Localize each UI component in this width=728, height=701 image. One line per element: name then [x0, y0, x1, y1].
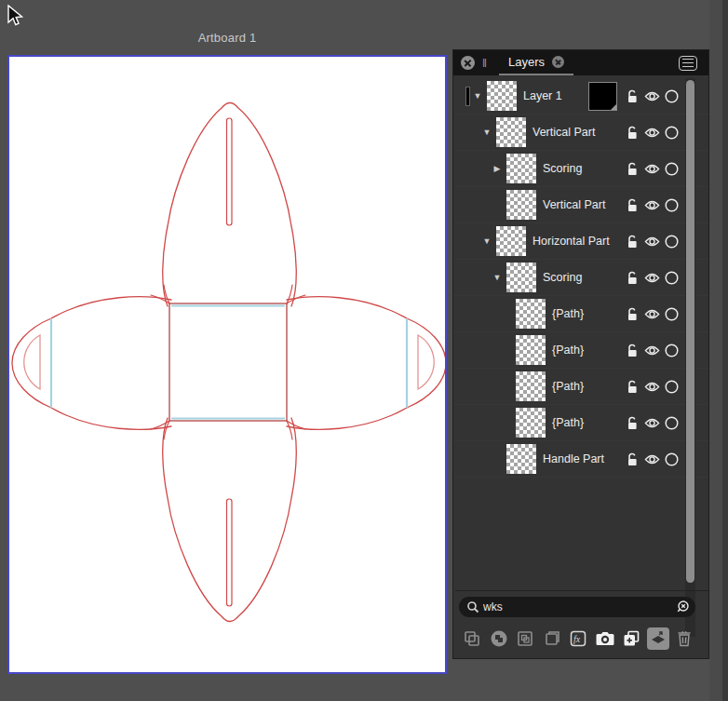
disclosure-triangle-icon[interactable]: [500, 405, 513, 440]
layer-thumbnail[interactable]: [516, 299, 546, 329]
insert-target-icon[interactable]: [541, 627, 563, 650]
selection-circle-icon[interactable]: [664, 197, 680, 213]
layer-name[interactable]: Layer 1: [523, 78, 562, 114]
disclosure-triangle-icon[interactable]: [500, 369, 513, 404]
snapshot-icon[interactable]: [594, 627, 616, 650]
eye-icon[interactable]: [644, 270, 660, 286]
selection-circle-icon[interactable]: [664, 379, 680, 395]
selection-circle-icon[interactable]: [664, 88, 680, 104]
layer-thumbnail[interactable]: [516, 408, 546, 438]
selection-circle-icon[interactable]: [664, 415, 680, 431]
tab-layers[interactable]: Layers: [499, 50, 573, 75]
add-layer-icon[interactable]: [620, 627, 642, 650]
layer-thumbnail[interactable]: [506, 190, 536, 220]
layer-name[interactable]: Scoring: [543, 260, 582, 295]
layer-row[interactable]: ▼ Scoring: [453, 260, 708, 296]
eye-icon[interactable]: [644, 343, 660, 358]
selection-circle-icon[interactable]: [664, 306, 680, 322]
disclosure-triangle-icon[interactable]: [491, 441, 504, 477]
layer-thumbnail[interactable]: [516, 335, 546, 365]
disclosure-triangle-icon[interactable]: ▼: [480, 223, 493, 259]
disclosure-triangle-icon[interactable]: ▼: [480, 115, 493, 150]
disclosure-triangle-icon[interactable]: [500, 332, 513, 368]
unlock-icon[interactable]: [625, 452, 640, 467]
eye-icon[interactable]: [644, 415, 660, 431]
selection-circle-icon[interactable]: [664, 161, 680, 177]
layer-row[interactable]: Handle Part: [453, 441, 708, 478]
layer-thumbnail[interactable]: [496, 117, 526, 147]
search-input[interactable]: [479, 600, 675, 613]
insert-inside-icon[interactable]: [514, 627, 536, 650]
tab-close-icon[interactable]: [552, 56, 564, 68]
layer-row[interactable]: {Path}: [453, 369, 708, 405]
selection-circle-icon[interactable]: [664, 234, 680, 249]
disclosure-triangle-icon[interactable]: ▼: [471, 78, 484, 114]
layers-panel-header: ‖ Layers: [453, 50, 708, 75]
layer-thumbnail[interactable]: [506, 263, 536, 292]
layer-thumbnail[interactable]: [506, 154, 536, 183]
panel-menu-icon[interactable]: [679, 56, 697, 71]
unlock-icon[interactable]: [625, 125, 640, 141]
tab-layers-label: Layers: [508, 55, 545, 69]
artboard-canvas[interactable]: [9, 57, 445, 672]
unlock-icon[interactable]: [625, 197, 640, 213]
selection-circle-icon[interactable]: [664, 270, 680, 286]
unlock-icon[interactable]: [625, 161, 640, 177]
eye-icon[interactable]: [644, 197, 660, 213]
delete-icon[interactable]: [673, 627, 695, 650]
layer-thumbnail[interactable]: [516, 371, 546, 401]
layer-row[interactable]: {Path}: [453, 332, 708, 369]
eye-icon[interactable]: [644, 125, 660, 141]
unlock-icon[interactable]: [625, 306, 640, 322]
layer-name[interactable]: Vertical Part: [533, 115, 595, 150]
layer-name[interactable]: {Path}: [552, 369, 584, 404]
layer-name[interactable]: {Path}: [552, 296, 584, 331]
layer-color-swatch[interactable]: [588, 82, 617, 111]
eye-icon[interactable]: [644, 234, 660, 249]
layer-row[interactable]: {Path}: [453, 296, 708, 332]
unlock-icon[interactable]: [625, 379, 640, 395]
layer-row[interactable]: ▶ Scoring: [453, 151, 708, 187]
search-icon: [466, 600, 479, 613]
layer-name[interactable]: Handle Part: [543, 441, 604, 477]
layer-row[interactable]: ▼ Layer 1: [453, 78, 708, 115]
panel-grip-icon[interactable]: ‖: [482, 57, 488, 70]
selection-circle-icon[interactable]: [664, 452, 680, 467]
eye-icon[interactable]: [644, 88, 660, 104]
panel-close-icon[interactable]: [461, 56, 475, 70]
selection-circle-icon[interactable]: [664, 125, 680, 141]
unlock-icon[interactable]: [625, 343, 640, 358]
unlock-icon[interactable]: [625, 234, 640, 249]
eye-icon[interactable]: [644, 306, 660, 322]
layer-thumbnail[interactable]: [506, 444, 536, 474]
duplicate-icon[interactable]: [461, 627, 483, 650]
layers-toolbar: fx: [461, 626, 695, 652]
layer-thumbnail[interactable]: [487, 81, 517, 111]
unlock-icon[interactable]: [625, 270, 640, 286]
layer-name[interactable]: Scoring: [543, 151, 582, 186]
eye-icon[interactable]: [644, 379, 660, 395]
eye-icon[interactable]: [644, 452, 660, 467]
layer-name[interactable]: {Path}: [552, 332, 584, 368]
layer-row[interactable]: Vertical Part: [453, 187, 708, 223]
search-clear-icon[interactable]: [675, 600, 690, 614]
layer-name[interactable]: Horizontal Part: [533, 223, 610, 259]
layer-thumbnail[interactable]: [496, 226, 526, 256]
layer-effects-icon[interactable]: fx: [567, 627, 589, 650]
disclosure-triangle-icon[interactable]: ▶: [491, 151, 504, 186]
layer-name[interactable]: {Path}: [552, 405, 584, 440]
unlock-icon[interactable]: [625, 88, 640, 104]
mask-layer-icon[interactable]: [647, 627, 669, 650]
unlock-icon[interactable]: [625, 415, 640, 431]
eye-icon[interactable]: [644, 161, 660, 177]
layer-name[interactable]: Vertical Part: [543, 187, 605, 222]
disclosure-triangle-icon[interactable]: ▼: [491, 260, 504, 295]
disclosure-triangle-icon[interactable]: [491, 187, 504, 222]
edit-all-layers-icon[interactable]: [488, 627, 510, 650]
disclosure-triangle-icon[interactable]: [500, 296, 513, 331]
scrollbar-thumb[interactable]: [686, 80, 694, 583]
layer-row[interactable]: ▼ Vertical Part: [453, 115, 708, 151]
layer-row[interactable]: ▼ Horizontal Part: [453, 223, 708, 260]
layer-row[interactable]: {Path}: [453, 405, 708, 441]
selection-circle-icon[interactable]: [664, 343, 680, 358]
